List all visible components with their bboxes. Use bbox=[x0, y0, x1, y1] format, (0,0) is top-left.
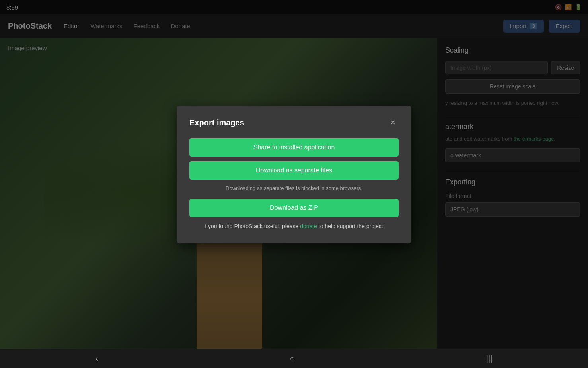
modal-close-button[interactable]: × bbox=[387, 117, 399, 129]
donate-after: to help support the project! bbox=[317, 223, 385, 229]
donate-link[interactable]: donate bbox=[300, 223, 317, 229]
modal-title: Export images bbox=[189, 118, 244, 127]
donate-text: If you found PhotoStack useful, please d… bbox=[189, 222, 399, 231]
bottom-nav: ‹ ○ ||| bbox=[0, 349, 588, 368]
home-button[interactable]: ○ bbox=[274, 351, 310, 366]
download-zip-button[interactable]: Download as ZIP bbox=[189, 199, 399, 217]
modal-overlay: Export images × Share to installed appli… bbox=[0, 0, 588, 349]
back-button[interactable]: ‹ bbox=[80, 351, 115, 366]
download-separate-button[interactable]: Download as separate files bbox=[189, 161, 399, 180]
share-button[interactable]: Share to installed application bbox=[189, 138, 399, 157]
donate-before: If you found PhotoStack useful, please bbox=[203, 223, 300, 229]
menu-button[interactable]: ||| bbox=[470, 351, 508, 366]
download-warning: Downloading as separate files is blocked… bbox=[189, 184, 399, 192]
export-modal: Export images × Share to installed appli… bbox=[177, 106, 411, 243]
modal-header: Export images × bbox=[189, 117, 399, 129]
